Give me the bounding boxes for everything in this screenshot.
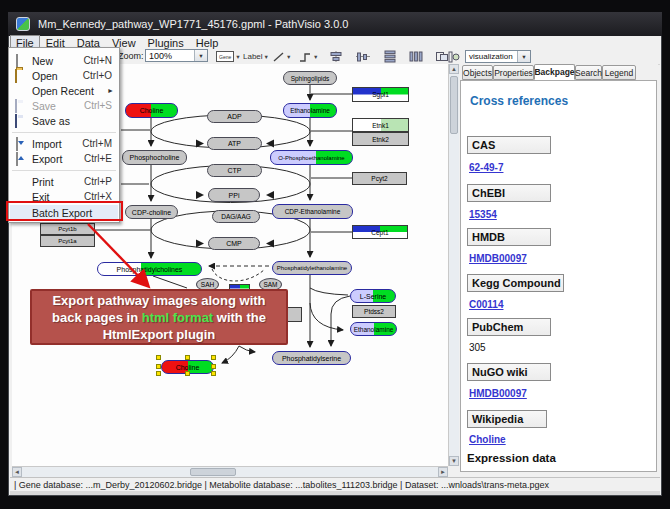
file-menu-save[interactable]: Save Ctrl+S (10, 98, 118, 113)
save-icon (14, 100, 26, 112)
scrollbar-thumb[interactable] (190, 468, 236, 476)
callout-text-highlight: html format (142, 310, 214, 325)
gene-box-pcyt2[interactable]: Pcyt2 (352, 172, 407, 185)
new-label-button[interactable]: Label ▼ (243, 50, 269, 63)
window-bottom-edge (10, 491, 660, 495)
tab-properties[interactable]: Properties (493, 65, 534, 80)
file-menu-import[interactable]: Import Ctrl+M (10, 136, 118, 151)
zoom-value: 100% (146, 51, 194, 61)
link-cas[interactable]: 62-49-7 (469, 162, 503, 173)
app-icon (16, 17, 30, 31)
file-menu-export[interactable]: Export Ctrl+E (10, 151, 118, 166)
node-choline-top[interactable]: Choline (125, 103, 178, 118)
file-menu-new[interactable]: New Ctrl+N (10, 53, 118, 68)
chevron-down-icon[interactable]: ▼ (517, 51, 530, 62)
window-title: Mm_Kennedy_pathway_WP1771_45176.gpml - P… (38, 18, 348, 30)
node-ethanolamine-bottom[interactable]: Ethanolamine (350, 322, 397, 336)
tab-objects[interactable]: Objects (462, 65, 493, 80)
gene-box-sgpl1[interactable]: Sgpl1 (352, 87, 409, 102)
menu-plugins[interactable]: Plugins (142, 36, 190, 49)
node-phosphocholine[interactable]: Phosphocholine (122, 150, 187, 165)
title-bar[interactable]: Mm_Kennedy_pathway_WP1771_45176.gpml - P… (8, 12, 662, 36)
expression-data-heading: Expression data (467, 452, 556, 464)
selection-handle[interactable] (185, 355, 190, 360)
chevron-down-icon[interactable]: ▼ (194, 50, 207, 61)
distribute-vertical-button[interactable] (382, 50, 398, 63)
gene-box-etnk1[interactable]: Etnk1 (352, 118, 409, 132)
node-ppi[interactable]: PPi (208, 188, 260, 202)
visualization-options-icon (448, 51, 460, 63)
link-wikipedia[interactable]: Choline (469, 434, 506, 445)
node-phosphatidylethanolamine[interactable]: Phosphatidylethanolamine (272, 261, 352, 275)
chevron-down-icon: ▼ (264, 54, 269, 60)
file-menu-print[interactable]: Print Ctrl+P (10, 174, 118, 189)
selection-handle[interactable] (211, 371, 216, 376)
section-header-chebi: ChEBI (467, 184, 551, 202)
chevron-down-icon: ▼ (313, 54, 318, 60)
node-adp[interactable]: ADP (207, 110, 262, 123)
distribute-horizontal-button[interactable] (408, 50, 424, 63)
selection-handle[interactable] (185, 371, 190, 376)
node-o-phosphoethanolamine[interactable]: O-Phosphoethanolamine (270, 150, 353, 165)
align-middle-button[interactable] (355, 50, 371, 63)
node-atp[interactable]: ATP (207, 137, 262, 150)
node-cdp-choline[interactable]: CDP-choline (125, 205, 178, 219)
line-tool-button[interactable]: ▼ (272, 50, 291, 63)
gene-box-etnk2[interactable]: Etnk2 (352, 132, 409, 146)
tab-search[interactable]: Search (575, 65, 602, 80)
scrollbar-thumb[interactable] (450, 76, 458, 134)
batch-export-highlight-box (6, 201, 123, 221)
scroll-left-icon[interactable]: ◄ (12, 467, 22, 477)
gene-node-icon: Gene (216, 51, 234, 62)
gene-box-cept1[interactable]: Cept1 (352, 225, 408, 239)
link-nugo[interactable]: HMDB00097 (469, 388, 527, 399)
tab-backpage[interactable]: Backpage (534, 64, 575, 80)
new-datanode-button[interactable]: Gene ▼ (216, 50, 241, 63)
chevron-down-icon: ▼ (286, 54, 291, 60)
gene-box-ptdss2[interactable]: Ptdss2 (352, 305, 396, 318)
gene-box-pcyt1b[interactable]: Pcyt1b (40, 223, 95, 235)
selection-handle[interactable] (156, 364, 161, 369)
node-l-serine[interactable]: L-Serine (350, 289, 396, 303)
canvas-horizontal-scrollbar[interactable]: ◄ ► (12, 466, 448, 477)
link-hmdb[interactable]: HMDB00097 (469, 253, 527, 264)
open-folder-icon (14, 70, 26, 82)
link-chebi[interactable]: 15354 (469, 209, 497, 220)
tab-legend[interactable]: Legend (602, 65, 636, 80)
file-menu-open-recent[interactable]: Open Recent ► (10, 83, 118, 98)
line-tool-icon (272, 51, 285, 63)
canvas-vertical-scrollbar[interactable]: ▲ ▼ (448, 64, 459, 466)
selection-handle[interactable] (211, 355, 216, 360)
link-kegg[interactable]: C00114 (469, 299, 503, 310)
zoom-combobox[interactable]: 100% ▼ (145, 49, 208, 62)
callout-text: Export pathway images along with back pa… (40, 292, 278, 343)
elbow-connector-button[interactable]: ▼ (298, 50, 318, 63)
node-phosphatidylserine[interactable]: Phosphatidylserine (272, 351, 351, 365)
visualization-combobox[interactable]: visualization ▼ (465, 50, 531, 63)
selection-handle[interactable] (156, 355, 161, 360)
export-icon (14, 153, 26, 165)
section-header-pubchem: PubChem (467, 318, 551, 336)
visualization-options-button[interactable] (448, 50, 460, 63)
selection-handle[interactable] (211, 364, 216, 369)
menu-separator (12, 132, 116, 133)
menu-help[interactable]: Help (190, 36, 225, 49)
align-center-button[interactable] (328, 50, 344, 63)
selection-handle[interactable] (156, 371, 161, 376)
scroll-up-icon[interactable]: ▲ (449, 64, 459, 74)
screenshot-frame: Mm_Kennedy_pathway_WP1771_45176.gpml - P… (0, 0, 670, 509)
scroll-down-icon[interactable]: ▼ (449, 456, 459, 466)
node-ethanolamine-top[interactable]: Ethanolamine (283, 103, 337, 118)
node-ctp[interactable]: CTP (207, 164, 262, 177)
file-menu-open[interactable]: Open Ctrl+O (10, 68, 118, 83)
file-menu-save-as[interactable]: Save as (10, 113, 118, 128)
submenu-arrow-icon: ► (107, 87, 114, 94)
scroll-right-icon[interactable]: ► (438, 467, 448, 477)
node-cmp[interactable]: CMP (208, 237, 260, 250)
node-cdp-ethanolamine[interactable]: CDP-Ethanolamine (272, 204, 353, 219)
node-dag-aag[interactable]: DAG/AAG (212, 210, 260, 223)
align-center-icon (328, 50, 344, 63)
gene-box-pcyt1a[interactable]: Pcyt1a (40, 235, 95, 247)
node-phosphatidylcholines[interactable]: Phosphatidylcholines (97, 262, 202, 276)
node-sphingolipids[interactable]: Sphingolipids (283, 71, 337, 85)
